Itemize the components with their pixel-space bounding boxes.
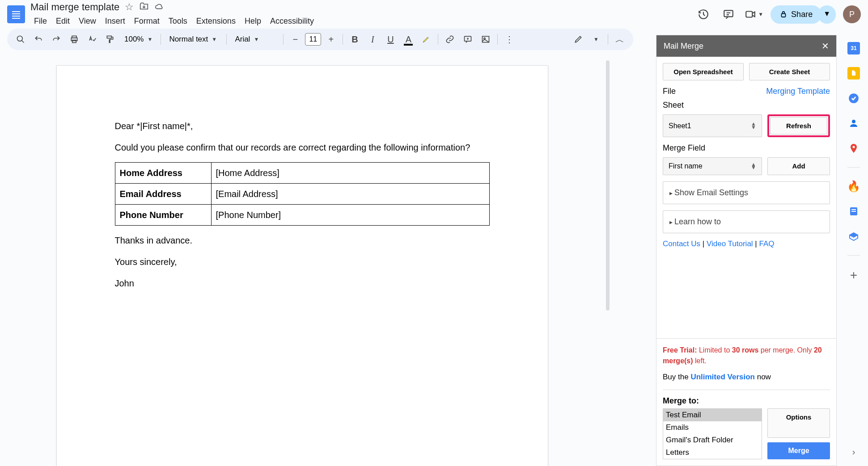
app-header: Mail merge template ☆ File Edit View Ins… <box>0 0 868 29</box>
open-spreadsheet-button[interactable]: Open Spreadsheet <box>663 63 744 80</box>
sheet-select[interactable]: Sheet1 ▲▼ <box>663 114 762 137</box>
addon-icon-2[interactable] <box>847 205 860 218</box>
doc-intro[interactable]: Could you please confirm that our record… <box>115 141 490 154</box>
text-color-icon[interactable]: A <box>400 31 416 47</box>
underline-icon[interactable]: U <box>382 31 398 47</box>
svg-point-3 <box>17 36 23 42</box>
svg-rect-1 <box>746 12 752 17</box>
editing-mode-icon[interactable] <box>570 31 586 47</box>
share-dropdown[interactable]: ▼ <box>818 5 836 24</box>
share-button[interactable]: Share <box>771 5 821 24</box>
doc-thanks[interactable]: Thanks in advance. <box>115 234 490 247</box>
comments-icon[interactable] <box>720 5 737 23</box>
font-select[interactable]: Arial▼ <box>230 35 279 44</box>
document-page[interactable]: Dear *|First name|*, Could you please co… <box>56 65 548 466</box>
history-icon[interactable] <box>694 5 712 23</box>
highlight-icon[interactable] <box>418 31 434 47</box>
cloud-status-icon[interactable] <box>154 1 164 13</box>
list-item[interactable]: Emails <box>663 421 762 434</box>
panel-header: Mail Merge ✕ <box>656 35 836 57</box>
scrollbar[interactable] <box>606 60 610 311</box>
star-icon[interactable]: ☆ <box>125 1 134 13</box>
file-label: File <box>663 87 676 96</box>
docs-logo-icon[interactable] <box>7 5 25 23</box>
merge-button[interactable]: Merge <box>767 442 830 459</box>
video-link[interactable]: Video Tutorial <box>707 239 753 248</box>
add-addon-icon[interactable]: + <box>850 268 857 282</box>
maps-icon[interactable] <box>847 142 860 155</box>
meet-icon[interactable]: ▼ <box>745 5 763 23</box>
learn-how-to[interactable]: Learn how to <box>663 210 830 233</box>
doc-signoff[interactable]: Yours sincerely, <box>115 255 490 269</box>
options-button[interactable]: Options <box>767 408 830 438</box>
undo-icon[interactable] <box>30 31 47 47</box>
table-row: Home Address[Home Address] <box>115 163 489 184</box>
menu-insert[interactable]: Insert <box>102 15 129 28</box>
right-sidebar: 31 🔥 + › <box>839 35 868 466</box>
show-email-settings[interactable]: Show Email Settings <box>663 181 830 204</box>
close-icon[interactable]: ✕ <box>821 41 829 51</box>
toolbar: 100%▼ Normal text▼ Arial▼ − + B I U A ⋮ … <box>7 29 633 50</box>
move-icon[interactable] <box>139 1 149 13</box>
sheet-label: Sheet <box>663 101 830 110</box>
addon-icon-3[interactable] <box>847 230 860 243</box>
user-avatar[interactable]: P <box>843 5 861 23</box>
svg-rect-0 <box>724 10 733 17</box>
menu-file[interactable]: File <box>30 15 51 28</box>
decrease-font-icon[interactable]: − <box>287 31 303 47</box>
increase-font-icon[interactable]: + <box>323 31 339 47</box>
spellcheck-icon[interactable] <box>84 31 100 47</box>
doc-greeting[interactable]: Dear *|First name|*, <box>115 119 490 133</box>
menu-accessibility[interactable]: Accessibility <box>267 15 318 28</box>
redo-icon[interactable] <box>48 31 64 47</box>
keep-icon[interactable] <box>847 67 860 80</box>
list-item[interactable]: Letters <box>663 446 762 459</box>
menu-help[interactable]: Help <box>241 15 265 28</box>
insert-image-icon[interactable] <box>478 31 494 47</box>
more-icon[interactable]: ⋮ <box>501 31 517 47</box>
print-icon[interactable] <box>66 31 82 47</box>
document-area[interactable]: Dear *|First name|*, Could you please co… <box>0 56 604 466</box>
menu-edit[interactable]: Edit <box>52 15 73 28</box>
svg-rect-16 <box>851 211 856 212</box>
mail-merge-panel: Mail Merge ✕ Open Spreadsheet Create She… <box>656 35 837 466</box>
menu-format[interactable]: Format <box>131 15 163 28</box>
menu-extensions[interactable]: Extensions <box>193 15 239 28</box>
contact-link[interactable]: Contact Us <box>663 239 700 248</box>
svg-point-13 <box>853 146 855 148</box>
collapse-toolbar-icon[interactable]: ︿ <box>612 31 628 47</box>
create-sheet-button[interactable]: Create Sheet <box>749 63 830 80</box>
calendar-icon[interactable]: 31 <box>847 42 860 55</box>
editing-mode-dropdown[interactable]: ▼ <box>588 31 604 47</box>
merge-field-label: Merge Field <box>663 143 830 153</box>
merge-field-select[interactable]: First name ▲▼ <box>663 157 762 175</box>
menu-tools[interactable]: Tools <box>165 15 191 28</box>
list-item[interactable]: Gmail's Draft Folder <box>663 434 762 446</box>
buy-link[interactable]: Unlimited Version <box>690 373 755 381</box>
trial-notice: Free Trial: Limited to 30 rows per merge… <box>663 345 830 366</box>
style-select[interactable]: Normal text▼ <box>165 35 223 44</box>
font-size-input[interactable] <box>305 33 321 46</box>
refresh-button[interactable]: Refresh <box>770 117 827 134</box>
merge-to-list[interactable]: Test Email Emails Gmail's Draft Folder L… <box>663 408 762 459</box>
bold-icon[interactable]: B <box>347 31 363 47</box>
svg-point-12 <box>852 120 855 123</box>
file-link[interactable]: Merging Template <box>766 87 830 96</box>
menu-view[interactable]: View <box>75 15 100 28</box>
contacts-icon[interactable] <box>847 117 860 130</box>
add-button[interactable]: Add <box>767 157 830 175</box>
doc-name[interactable]: John <box>115 277 490 290</box>
zoom-select[interactable]: 100%▼ <box>120 35 157 44</box>
add-comment-icon[interactable] <box>460 31 476 47</box>
expand-sidebar-icon[interactable]: › <box>852 447 855 457</box>
addon-icon-1[interactable]: 🔥 <box>847 180 860 193</box>
document-title[interactable]: Mail merge template <box>30 1 119 13</box>
list-item[interactable]: Test Email <box>663 409 762 421</box>
doc-table[interactable]: Home Address[Home Address] Email Address… <box>115 162 490 226</box>
paint-format-icon[interactable] <box>102 31 118 47</box>
search-icon[interactable] <box>13 31 29 47</box>
tasks-icon[interactable] <box>847 92 860 105</box>
italic-icon[interactable]: I <box>364 31 381 47</box>
link-icon[interactable] <box>442 31 458 47</box>
faq-link[interactable]: FAQ <box>759 239 775 248</box>
